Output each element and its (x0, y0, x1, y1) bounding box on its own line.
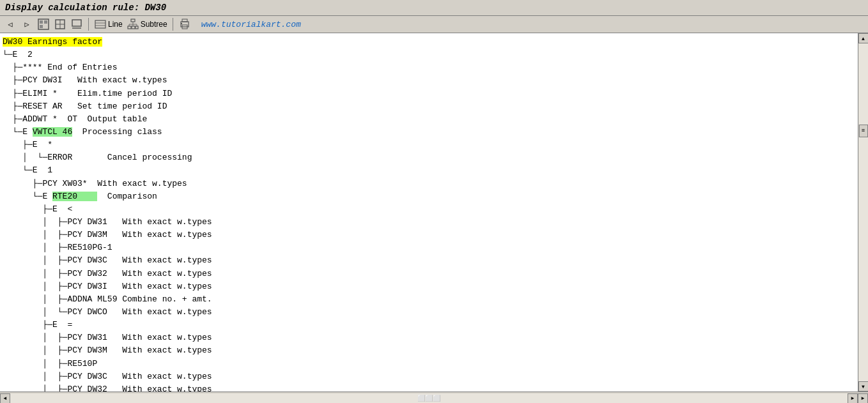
list-item: │ ├─PCY DW31 With exact w.types (0, 331, 858, 344)
list-item: └─E VWTCL 46 Processing class (0, 126, 858, 139)
list-item: ├─**** End of Entries (0, 61, 858, 74)
svg-rect-15 (136, 26, 138, 29)
tree-root-line: DW30 Earnings factor (0, 36, 858, 49)
svg-rect-2 (44, 20, 47, 24)
list-item: ├─PCY DW3I With exact w.types (0, 74, 858, 87)
subtree-icon (127, 18, 139, 31)
toolbar-separator-1 (88, 18, 89, 31)
scroll-grip: ≡ (859, 125, 868, 137)
line-button[interactable]: Line (94, 18, 123, 31)
list-item: │ ├─PCY DW3M With exact w.types (0, 344, 858, 357)
list-item: │ ├─PCY DW32 With exact w.types (0, 383, 858, 392)
svg-rect-24 (181, 23, 182, 24)
bottom-bar: ◄ ⬜⬜⬜ ► ► (0, 392, 868, 403)
main-area: DW30 Earnings factor └─E 2 ├─**** End of… (0, 33, 868, 392)
list-item: ├─PCY XW03* With exact w.types (0, 178, 858, 190)
svg-rect-9 (95, 20, 105, 28)
line-label: Line (108, 20, 123, 29)
title-text: Display calculation rule: DW30 (5, 3, 166, 13)
scroll-track-vertical-2 (858, 137, 868, 381)
svg-rect-14 (132, 26, 135, 29)
scroll-down-button[interactable]: ▼ (858, 381, 869, 392)
root-highlight: DW30 Earnings factor (3, 37, 102, 47)
list-item: │ └─ERROR Cancel processing (0, 151, 858, 164)
list-item: │ ├─ADDNA ML59 Combine no. + amt. (0, 293, 858, 306)
list-item: └─E 2 (0, 49, 858, 61)
scroll-center-indicator: ⬜⬜⬜ (417, 395, 440, 402)
list-item: │ ├─PCY DW32 With exact w.types (0, 268, 858, 280)
svg-rect-13 (128, 26, 131, 29)
list-item: ├─RESET AR Set time period ID (0, 100, 858, 113)
list-item: │ ├─PCY DW31 With exact w.types (0, 216, 858, 229)
list-item: │ ├─PCY DW3C With exact w.types (0, 370, 858, 383)
tree-container[interactable]: DW30 Earnings factor └─E 2 ├─**** End of… (0, 33, 858, 392)
svg-rect-1 (40, 20, 43, 24)
list-item: └─E RTE20 Comparison (0, 190, 858, 203)
toolbar-icon-forward[interactable]: ▷ (20, 18, 33, 31)
line-icon (94, 18, 107, 31)
print-icon (178, 18, 191, 31)
toolbar-icon-back[interactable]: ◁ (4, 18, 17, 31)
list-item: │ ├─RE510PG-1 (0, 241, 858, 254)
list-item: │ ├─PCY DW3I With exact w.types (0, 280, 858, 293)
scroll-track-vertical (858, 43, 868, 125)
subtree-label: Subtree (141, 20, 167, 29)
scroll-left-button[interactable]: ◄ (0, 393, 10, 404)
title-bar: Display calculation rule: DW30 (0, 0, 868, 16)
list-item: ├─E = (0, 319, 858, 331)
scroll-right-button[interactable]: ► (848, 393, 858, 404)
print-button[interactable] (178, 18, 191, 31)
scrollbar-vertical[interactable]: ▲ ≡ ▼ (858, 33, 868, 392)
list-item: ├─ELIMI * Elim.time period ID (0, 87, 858, 100)
scroll-right-button-2[interactable]: ► (858, 393, 868, 404)
scroll-track-horizontal: ⬜⬜⬜ (10, 393, 848, 404)
toolbar-icon-3[interactable] (37, 18, 50, 31)
toolbar-separator-2 (173, 18, 173, 31)
list-item: ├─E < (0, 203, 858, 216)
toolbar-icon-4[interactable] (54, 18, 66, 31)
list-item: │ ├─PCY DW3C With exact w.types (0, 254, 858, 267)
list-item: │ ├─PCY DW3M With exact w.types (0, 229, 858, 241)
toolbar-icon-5[interactable] (70, 18, 83, 31)
list-item: │ └─PCY DWCO With exact w.types (0, 306, 858, 319)
list-item: └─E 1 (0, 164, 858, 177)
svg-rect-3 (40, 25, 43, 28)
svg-rect-7 (72, 20, 81, 26)
list-item: ├─E * (0, 139, 858, 151)
scroll-up-button[interactable]: ▲ (858, 33, 869, 43)
subtree-button[interactable]: Subtree (127, 18, 167, 31)
svg-rect-12 (131, 19, 135, 22)
list-item: ├─ADDWT * OT Output table (0, 113, 858, 126)
list-item: │ ├─RE510P (0, 358, 858, 370)
watermark: www.tutorialkart.com (201, 20, 301, 29)
toolbar: ◁ ▷ Line Subtree www.tutorialkart.com (0, 16, 868, 33)
scroll-right-buttons: ► ► (848, 393, 868, 404)
